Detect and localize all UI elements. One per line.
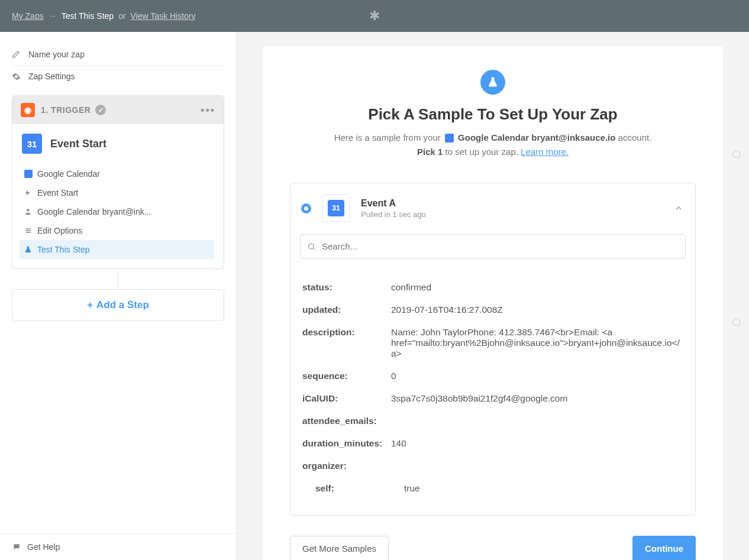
breadcrumb-arrow: → <box>49 11 57 21</box>
field-row: updated:2019-07-16T04:16:27.008Z <box>302 299 683 321</box>
search-input[interactable] <box>300 234 686 258</box>
calendar-inline-icon <box>445 134 454 143</box>
zap-name-row[interactable]: Name your zap <box>12 44 224 66</box>
view-task-history-link[interactable]: View Task History <box>131 11 196 21</box>
sample-fields: status:confirmed updated:2019-07-16T04:1… <box>290 264 695 515</box>
collapse-icon[interactable] <box>674 203 683 213</box>
pencil-icon <box>12 50 24 59</box>
breadcrumb-or: or <box>118 11 125 21</box>
chat-icon <box>12 543 21 551</box>
step-index: 1. <box>41 105 49 115</box>
main-panel: Pick A Sample To Set Up Your Zap Here is… <box>237 32 749 560</box>
step-menu-button[interactable]: ••• <box>201 104 215 116</box>
field-row-nested: self:true <box>302 477 683 500</box>
search-wrap <box>300 234 686 258</box>
check-icon: ✓ <box>95 105 106 115</box>
sidebar-item-label: Event Start <box>37 188 78 198</box>
sidebar-item-event[interactable]: Event Start <box>22 183 214 202</box>
flask-hero-icon <box>480 70 505 95</box>
user-icon <box>24 208 37 216</box>
page-title: Pick A Sample To Set Up Your Zap <box>290 105 696 124</box>
field-row: sequence:0 <box>302 365 683 387</box>
zap-settings-row[interactable]: Zap Settings <box>12 66 224 87</box>
trigger-step-header[interactable]: ◉ 1. TRIGGER ✓ ••• <box>12 96 224 124</box>
sidebar-item-label: Google Calendar bryant@ink... <box>37 207 151 216</box>
lines-icon <box>24 227 37 234</box>
step-title-row: 31 Event Start <box>22 134 214 154</box>
trigger-step-card: ◉ 1. TRIGGER ✓ ••• 31 Event Start Google… <box>12 95 224 269</box>
field-row: attendee_emails: <box>302 410 683 432</box>
sidebar-item-label: Test This Step <box>37 245 89 254</box>
get-help-button[interactable]: Get Help <box>0 533 236 560</box>
sample-app-icon-box: 31 <box>322 194 350 222</box>
side-handle[interactable] <box>732 150 741 158</box>
connector-line <box>0 277 236 289</box>
step-title: Event Start <box>50 138 106 150</box>
sample-radio[interactable] <box>301 203 311 213</box>
breadcrumb-my-zaps[interactable]: My Zaps <box>12 11 44 21</box>
step-label: TRIGGER <box>51 105 91 115</box>
actions-row: Get More Samples Continue <box>290 536 696 560</box>
learn-more-link[interactable]: Learn more. <box>521 147 569 157</box>
side-handle[interactable] <box>732 318 741 326</box>
sidebar-item-label: Google Calendar <box>37 169 100 179</box>
sample-title: Event A <box>361 198 426 209</box>
sample-event-box: 31 Event A Pulled in 1 sec ago <box>290 183 696 516</box>
gear-icon <box>12 72 24 81</box>
search-icon <box>307 242 316 251</box>
plus-icon: + <box>87 299 93 310</box>
bolt-icon <box>24 189 37 197</box>
svg-line-5 <box>313 248 315 250</box>
get-more-samples-button[interactable]: Get More Samples <box>290 536 389 560</box>
zap-settings-label: Zap Settings <box>28 72 75 81</box>
field-row: organizer: <box>302 455 683 477</box>
google-calendar-icon: 31 <box>22 134 42 154</box>
field-row: status:confirmed <box>302 276 683 299</box>
svg-point-4 <box>309 244 314 249</box>
sidebar: Name your zap Zap Settings ◉ 1. TRIGGER … <box>0 32 237 560</box>
sample-subtitle: Pulled in 1 sec ago <box>361 210 426 219</box>
flask-icon <box>24 245 37 254</box>
sample-header[interactable]: 31 Event A Pulled in 1 sec ago <box>290 183 695 228</box>
topbar: My Zaps → Test This Step or View Task Hi… <box>0 0 749 32</box>
subtitle-line-1: Here is a sample from your Google Calend… <box>290 131 696 145</box>
sidebar-item-app[interactable]: Google Calendar <box>22 164 214 183</box>
sidebar-item-options[interactable]: Edit Options <box>22 221 214 240</box>
field-row: description:Name: John TaylorPhone: 412.… <box>302 321 683 365</box>
get-help-label: Get Help <box>27 542 60 552</box>
sidebar-item-label: Edit Options <box>37 226 82 235</box>
sidebar-item-account[interactable]: Google Calendar bryant@ink... <box>22 202 214 221</box>
sidebar-item-test[interactable]: Test This Step <box>20 240 214 259</box>
calendar-small-icon <box>24 170 37 178</box>
add-step-button[interactable]: +Add a Step <box>12 289 224 321</box>
zapier-logo-icon: ✱ <box>369 8 380 24</box>
svg-point-0 <box>27 209 29 211</box>
google-calendar-icon: 31 <box>328 200 344 216</box>
continue-button[interactable]: Continue <box>632 536 696 560</box>
subtitle-line-2: Pick 1 to set up your zap. Learn more. <box>290 145 696 159</box>
breadcrumb-current: Test This Step <box>62 11 114 21</box>
field-row: duration_minutes:140 <box>302 432 683 455</box>
field-row: iCalUID:3spa7c7s0j38ob9b9ai21f2gf4@googl… <box>302 387 683 410</box>
sample-card: Pick A Sample To Set Up Your Zap Here is… <box>263 46 723 560</box>
app-icon: ◉ <box>21 103 35 117</box>
zap-name-placeholder: Name your zap <box>28 50 85 59</box>
